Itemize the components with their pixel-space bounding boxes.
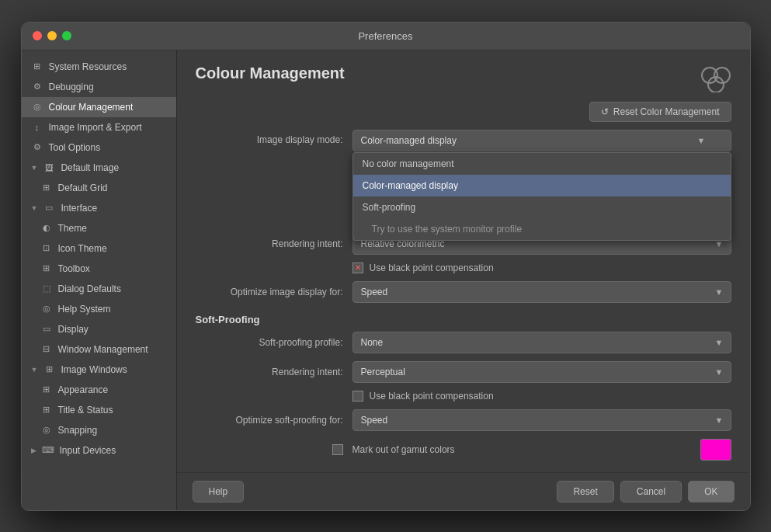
colour-management-icon (700, 64, 731, 92)
collapse-arrow-icon: ▼ (31, 204, 38, 212)
reset-button[interactable]: Reset (557, 481, 613, 502)
appearance-icon: ⊞ (40, 384, 53, 396)
mark-gamut-label: Mark out of gamut colors (353, 444, 700, 455)
main-content: ⊞ System Resources ⚙ Debugging ◎ Colour … (22, 50, 750, 510)
collapse-arrow-icon: ▼ (31, 164, 38, 172)
sidebar-item-label: Snapping (58, 425, 98, 436)
mark-gamut-checkbox[interactable] (332, 444, 343, 455)
sidebar-item-toolbox[interactable]: ⊞ Toolbox (22, 259, 176, 279)
traffic-lights (33, 31, 71, 40)
sidebar-item-label: Toolbox (58, 263, 90, 274)
sidebar-item-icon-theme[interactable]: ⊡ Icon Theme (22, 238, 176, 259)
footer: Help Reset Cancel OK (177, 472, 750, 510)
sidebar-item-dialog-defaults[interactable]: ⬚ Dialog Defaults (22, 279, 176, 299)
ok-button[interactable]: OK (688, 481, 734, 502)
rendering-intent2-control: Perceptual ▼ (353, 361, 731, 383)
sidebar-item-colour-management[interactable]: ◎ Colour Management (22, 97, 176, 117)
option-color-managed-display[interactable]: Color-managed display (353, 175, 731, 196)
sidebar-item-image-windows[interactable]: ▼ ⊞ Image Windows (22, 360, 176, 380)
title-status-icon: ⊞ (40, 404, 53, 416)
colour-management-icon: ◎ (31, 101, 43, 113)
sidebar-item-system-resources[interactable]: ⊞ System Resources (22, 57, 176, 77)
default-grid-icon: ⊞ (40, 182, 53, 194)
sidebar-item-label: Default Grid (58, 183, 108, 193)
soft-proofing-profile-dropdown[interactable]: None (353, 332, 731, 353)
sidebar-item-label: Window Management (58, 344, 148, 355)
sidebar-item-label: Colour Management (49, 102, 134, 113)
sidebar-item-window-management[interactable]: ⊟ Window Management (22, 339, 176, 360)
sidebar-item-title-status[interactable]: ⊞ Title & Status (22, 400, 176, 420)
system-resources-icon: ⊞ (31, 61, 43, 73)
help-button[interactable]: Help (193, 481, 245, 502)
panel-body: Image display mode: Color-managed displa… (177, 130, 750, 472)
sidebar-item-snapping[interactable]: ◎ Snapping (22, 420, 176, 440)
sidebar: ⊞ System Resources ⚙ Debugging ◎ Colour … (22, 50, 177, 510)
black-point-row: ✕ Use black point compensation (196, 263, 731, 273)
sidebar-item-debugging[interactable]: ⚙ Debugging (22, 77, 176, 97)
footer-right-buttons: Reset Cancel OK (557, 481, 734, 502)
window-management-icon: ⊟ (40, 343, 53, 356)
rendering-intent2-row: Rendering intent: Perceptual ▼ (196, 361, 731, 383)
sidebar-item-image-import-export[interactable]: ↕ Image Import & Export (22, 117, 176, 137)
minimize-button[interactable] (47, 31, 57, 40)
sidebar-item-default-grid[interactable]: ⊞ Default Grid (22, 178, 176, 198)
black-point-checkbox[interactable]: ✕ (353, 263, 363, 273)
optimize-display-dropdown[interactable]: Speed (353, 281, 731, 303)
input-devices-icon: ⌨ (42, 444, 54, 457)
sidebar-item-appearance[interactable]: ⊞ Appearance (22, 380, 176, 400)
optimize-soft-dropdown[interactable]: Speed (353, 409, 731, 431)
mark-gamut-spacer (196, 444, 353, 455)
dialog-defaults-icon: ⬚ (40, 283, 53, 295)
sidebar-item-label: Interface (61, 203, 97, 214)
chevron-down-icon: ▼ (697, 136, 706, 145)
sidebar-item-label: Icon Theme (58, 243, 107, 254)
soft-proofing-profile-row: Soft-proofing profile: None ▼ (196, 332, 731, 353)
sidebar-item-label: Dialog Defaults (58, 283, 121, 294)
option-soft-proofing[interactable]: Soft-proofing (353, 196, 731, 218)
rendering-intent2-label: Rendering intent: (196, 367, 343, 377)
sidebar-item-tool-options[interactable]: ⚙ Tool Options (22, 137, 176, 158)
sidebar-item-label: Image Import & Export (49, 122, 142, 133)
default-image-icon: 🖼 (43, 162, 55, 174)
help-system-icon: ◎ (40, 303, 53, 315)
sidebar-item-help-system[interactable]: ◎ Help System (22, 299, 176, 319)
soft-proofing-profile-label: Soft-proofing profile: (196, 337, 343, 348)
sidebar-item-interface[interactable]: ▼ ▭ Interface (22, 198, 176, 218)
image-display-mode-label: Image display mode: (196, 130, 343, 145)
maximize-button[interactable] (62, 31, 71, 40)
snapping-icon: ◎ (40, 424, 53, 436)
option-try-system-profile[interactable]: Try to use the system monitor profile (353, 218, 731, 240)
cancel-button[interactable]: Cancel (620, 481, 682, 502)
sidebar-item-default-image[interactable]: ▼ 🖼 Default Image (22, 158, 176, 178)
sidebar-item-theme[interactable]: ◐ Theme (22, 218, 176, 238)
panel-title: Colour Management (196, 64, 345, 82)
sidebar-item-label: Help System (58, 304, 111, 315)
sidebar-item-input-devices[interactable]: ▶ ⌨ Input Devices (22, 440, 176, 461)
mark-gamut-row: Mark out of gamut colors (196, 439, 731, 461)
image-display-mode-dropdown[interactable]: Color-managed display ▼ (353, 130, 731, 151)
image-display-mode-popup: No color management Color-managed displa… (353, 152, 731, 241)
option-no-color-management[interactable]: No color management (353, 153, 731, 175)
debugging-icon: ⚙ (31, 81, 43, 93)
optimize-soft-row: Optimize soft-proofing for: Speed ▼ (196, 409, 731, 431)
window-title: Preferences (358, 30, 412, 42)
gamut-color-swatch[interactable] (700, 439, 731, 461)
black-point2-checkbox[interactable] (353, 391, 363, 402)
optimize-display-control: Speed ▼ (353, 281, 731, 303)
reset-color-management-button[interactable]: ↺ Reset Color Management (589, 102, 731, 122)
sidebar-item-label: Title & Status (58, 405, 113, 416)
sidebar-item-display[interactable]: ▭ Display (22, 319, 176, 339)
black-point2-label: Use black point compensation (370, 391, 494, 402)
optimize-display-row: Optimize image display for: Speed ▼ (196, 281, 731, 303)
sidebar-item-label: Theme (58, 223, 87, 234)
collapse-arrow-icon: ▼ (31, 366, 38, 374)
sidebar-item-label: Input Devices (60, 445, 116, 456)
rendering-intent2-dropdown[interactable]: Perceptual (353, 361, 731, 383)
panel-header: Colour Management (177, 50, 750, 102)
preferences-window: Preferences ⊞ System Resources ⚙ Debuggi… (21, 22, 751, 511)
sidebar-item-label: Default Image (61, 162, 119, 173)
interface-icon: ▭ (43, 202, 55, 214)
sidebar-item-label: Tool Options (49, 142, 101, 153)
soft-proofing-profile-control: None ▼ (353, 332, 731, 353)
close-button[interactable] (33, 31, 42, 40)
